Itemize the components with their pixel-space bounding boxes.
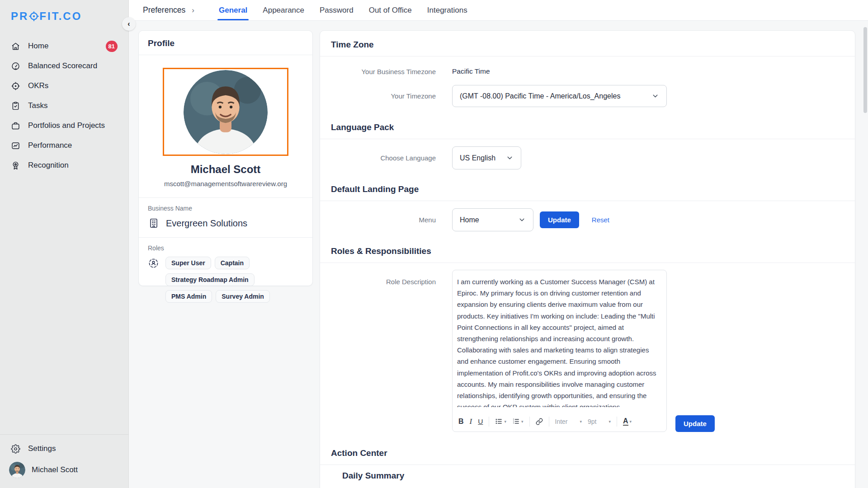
business-timezone-value: Pacific Time (452, 67, 490, 75)
link-icon (536, 418, 543, 425)
role-badge: Strategy Roadmap Admin (165, 273, 255, 286)
timezone-select[interactable]: (GMT -08.00) Pacific Time - America/Los_… (452, 85, 667, 107)
landing-menu-select-value: Home (460, 216, 479, 224)
sidebar-collapse-button[interactable]: ‹ (122, 17, 136, 31)
font-family-dropdown[interactable]: Inter ▾ (555, 418, 582, 425)
caret-down-icon: ▾ (580, 419, 582, 424)
logo-text: FIT.CO (39, 10, 82, 23)
roles-responsibilities-title: Roles & Responsibilities (320, 231, 855, 263)
language-select-value: US English (460, 154, 495, 162)
sidebar-item-label: Portfolios and Projects (28, 121, 105, 130)
sidebar-item-label: Tasks (28, 101, 47, 110)
briefcase-icon (11, 121, 20, 131)
clipboard-check-icon (11, 101, 20, 111)
sidebar-user[interactable]: Michael Scott (0, 459, 128, 488)
sidebar-item-tasks[interactable]: Tasks (0, 96, 128, 116)
caret-down-icon: ▾ (609, 419, 611, 424)
font-size-dropdown[interactable]: 9pt ▾ (588, 418, 611, 425)
sidebar-item-label: Balanced Scorecard (28, 61, 97, 70)
caret-down-icon: ▾ (504, 419, 506, 424)
bullet-list-icon (495, 418, 503, 425)
your-timezone-label: Your Timezone (320, 92, 452, 100)
business-timezone-row: Your Business Timezone Pacific Time (320, 67, 855, 75)
sidebar-item-portfolios-projects[interactable]: Portfolios and Projects (0, 116, 128, 136)
tab-out-of-office[interactable]: Out of Office (366, 0, 415, 20)
caret-down-icon: ▾ (521, 419, 524, 424)
divider (549, 417, 549, 427)
menu-row: Menu Home Update Reset (320, 208, 855, 231)
sidebar-item-performance[interactable]: Performance (0, 136, 128, 155)
role-description-text[interactable]: I am currently working as a Customer Suc… (453, 270, 666, 407)
choose-language-label: Choose Language (320, 154, 452, 162)
chevron-down-icon (651, 92, 659, 100)
home-icon (11, 42, 20, 51)
role-description-editor: I am currently working as a Customer Suc… (452, 270, 667, 432)
sidebar-item-recognition[interactable]: Recognition (0, 155, 128, 175)
numbered-list-button[interactable]: ▾ (512, 418, 524, 425)
role-description-row: Role Description I am currently working … (320, 270, 855, 432)
role-description-update-button[interactable]: Update (675, 415, 715, 432)
chevron-right-icon: › (192, 6, 194, 15)
your-timezone-row: Your Timezone (GMT -08.00) Pacific Time … (320, 85, 855, 107)
bold-button[interactable]: B (458, 418, 464, 426)
gauge-icon (11, 61, 20, 71)
sidebar-item-label: Recognition (28, 161, 69, 170)
underline-button[interactable]: U (478, 418, 483, 426)
breadcrumb[interactable]: Preferences (143, 5, 185, 15)
landing-update-button[interactable]: Update (540, 211, 579, 228)
bullet-list-button[interactable]: ▾ (495, 418, 506, 425)
topbar: Preferences › General Appearance Passwor… (129, 0, 868, 21)
role-badge: Captain (215, 257, 250, 269)
language-select[interactable]: US English (452, 146, 521, 169)
settings-label: Settings (28, 444, 56, 453)
profile-card-title: Profile (139, 31, 312, 55)
business-name-label: Business Name (148, 205, 303, 212)
landing-menu-select[interactable]: Home (452, 208, 533, 231)
text-color-button[interactable]: A ▾ (623, 417, 632, 426)
sidebar-item-balanced-scorecard[interactable]: Balanced Scorecard (0, 56, 128, 76)
sidebar-item-label: Performance (28, 141, 72, 150)
general-settings-panel: Time Zone Your Business Timezone Pacific… (320, 30, 855, 488)
tab-general[interactable]: General (216, 0, 250, 20)
tab-password[interactable]: Password (316, 0, 357, 20)
sidebar-item-home[interactable]: Home 81 (0, 36, 128, 56)
user-roles-icon (148, 258, 159, 269)
role-badge: Survey Admin (216, 290, 270, 303)
divider (320, 201, 855, 201)
italic-button[interactable]: I (470, 417, 472, 426)
profile-photo[interactable] (163, 68, 288, 156)
gear-icon (11, 444, 20, 454)
default-landing-page-title: Default Landing Page (320, 169, 855, 201)
sidebar-footer: Settings (0, 434, 128, 488)
divider (0, 434, 128, 435)
target-icon (11, 81, 20, 91)
profile-card: Profile Michael Scot (138, 30, 313, 286)
divider (320, 139, 855, 139)
scrollbar (863, 25, 867, 486)
font-size-value: 9pt (588, 418, 596, 425)
sidebar-item-okrs[interactable]: OKRs (0, 76, 128, 96)
building-icon (148, 217, 160, 229)
logo-text: PR (11, 10, 28, 23)
landing-reset-link[interactable]: Reset (592, 216, 609, 224)
sidebar-item-settings[interactable]: Settings (0, 438, 128, 459)
roles-section: Roles Super User Captain Strategy Roadma… (139, 238, 312, 303)
role-description-label: Role Description (320, 270, 452, 286)
numbered-list-icon (512, 418, 520, 425)
time-zone-title: Time Zone (320, 31, 855, 56)
profit-co-logo[interactable]: PR FIT.CO (11, 10, 82, 23)
business-name-value: Evergreen Solutions (166, 218, 247, 229)
award-icon (11, 161, 20, 170)
profile-email: mscott@managementsoftwarereview.org (139, 180, 312, 188)
menu-label: Menu (320, 216, 452, 224)
scrollbar-thumb[interactable] (863, 27, 867, 113)
caret-down-icon: ▾ (630, 419, 632, 424)
business-timezone-label: Your Business Timezone (320, 68, 452, 75)
tab-integrations[interactable]: Integrations (424, 0, 471, 20)
chevron-down-icon (506, 154, 514, 162)
insert-link-button[interactable] (536, 418, 543, 425)
role-badge: PMS Admin (165, 290, 212, 303)
timezone-select-value: (GMT -08.00) Pacific Time - America/Los_… (460, 92, 620, 100)
avatar (184, 70, 268, 154)
tab-appearance[interactable]: Appearance (259, 0, 307, 20)
